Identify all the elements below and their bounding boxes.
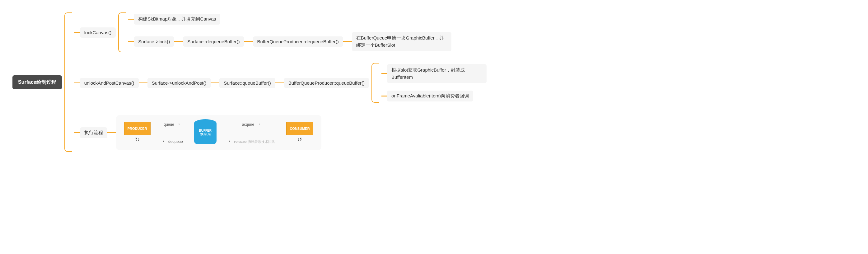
arrow-left-icon: ← [228, 138, 233, 144]
branch-flow: 执行流程 PRODUCER ↻ queue → ← dequeue BUFFER… [74, 113, 487, 152]
row-skbitmap: 构建SkBitmap对象，并填充到Canvas [128, 12, 451, 26]
connector [128, 19, 134, 20]
connector [74, 32, 80, 33]
connector [211, 83, 219, 83]
connector [381, 73, 387, 74]
node-unlockpost: unlockAndPostCanvas() [80, 78, 139, 88]
buffer-queue-label: BUFFER QUEUE [194, 129, 217, 136]
connector [107, 132, 116, 133]
branch-unlockpost: unlockAndPostCanvas() Surface->unlockAnd… [74, 63, 487, 103]
branch-lockcanvas: lockCanvas() 构建SkBitmap对象，并填充到Canvas Sur… [74, 12, 487, 52]
unlockpost-bracket [371, 63, 379, 103]
root-children: lockCanvas() 构建SkBitmap对象，并填充到Canvas Sur… [74, 12, 487, 152]
node-lockcanvas: lockCanvas() [80, 27, 116, 38]
node-surface-unlockandpost: Surface->unlockAndPost() [148, 78, 211, 88]
row-wrap-bufferitem: 根据slot获取GraphicBuffer，封装成BufferItem [381, 63, 487, 84]
watermark-text: 腾讯音乐技术团队 [248, 140, 275, 143]
arrow-loop-icon: ↺ [298, 136, 302, 143]
connector [139, 83, 148, 83]
connector [174, 41, 183, 42]
flow-left-labels: queue → ← dequeue [162, 121, 183, 144]
arrow-left-icon: ← [162, 138, 167, 144]
row-onframe: onFrameAvaliable(item)向消费者回调 [381, 89, 487, 103]
connector [244, 41, 253, 42]
connector [74, 132, 80, 133]
node-dequeue-buffer: Surface::dequeueBuffer() [183, 36, 244, 47]
connector [381, 95, 387, 96]
row-surface-lock-chain: Surface->lock() Surface::dequeueBuffer()… [128, 31, 451, 52]
node-onframe-callback: onFrameAvaliable(item)向消费者回调 [387, 91, 473, 102]
producer-box: PRODUCER [124, 122, 151, 135]
unlockpost-leaves: 根据slot获取GraphicBuffer，封装成BufferItem onFr… [381, 63, 487, 103]
flow-producer-col: PRODUCER ↻ [124, 122, 151, 143]
node-bqp-queuebuffer: BufferQueueProducer::queueBuffer() [284, 78, 369, 88]
node-surface-lock: Surface->lock() [134, 36, 174, 47]
node-surface-queuebuffer: Surface::queueBuffer() [219, 78, 275, 88]
consumer-box: CONSUMER [286, 122, 313, 135]
label-release: ← release腾讯音乐技术团队 [228, 138, 275, 144]
arrow-right-icon: → [255, 121, 261, 127]
lockcanvas-children: 构建SkBitmap对象，并填充到Canvas Surface->lock() … [128, 12, 451, 52]
flow-right-labels: acquire → ← release腾讯音乐技术团队 [228, 121, 275, 144]
connector [128, 41, 134, 42]
node-bqp-dequeue: BufferQueueProducer::dequeueBuffer() [253, 36, 343, 47]
node-skbitmap: 构建SkBitmap对象，并填充到Canvas [134, 14, 220, 25]
arrow-right-icon: → [175, 121, 181, 127]
label-queue: queue → [164, 121, 181, 127]
node-wrap-bufferitem: 根据slot获取GraphicBuffer，封装成BufferItem [387, 64, 487, 83]
label-acquire: acquire → [242, 121, 261, 127]
root-bracket [64, 12, 72, 152]
connector [74, 83, 80, 83]
mindmap-root-row: Surface绘制过程 lockCanvas() 构建SkBitmap对象，并填… [12, 12, 856, 152]
flow-diagram: PRODUCER ↻ queue → ← dequeue BUFFER QUEU… [116, 115, 321, 150]
connector [343, 41, 352, 42]
connector [275, 83, 284, 83]
root-node: Surface绘制过程 [12, 75, 62, 89]
node-flow-label: 执行流程 [80, 127, 107, 138]
node-alloc-graphicbuffer: 在BufferQueue申请一块GraphicBuffer，并绑定一个Buffe… [352, 32, 452, 51]
flow-consumer-col: CONSUMER ↺ [286, 122, 313, 143]
buffer-queue-cylinder: BUFFER QUEUE [194, 121, 217, 144]
lockcanvas-bracket [118, 12, 126, 52]
label-dequeue: ← dequeue [162, 138, 183, 144]
arrow-loop-icon: ↻ [135, 136, 140, 143]
